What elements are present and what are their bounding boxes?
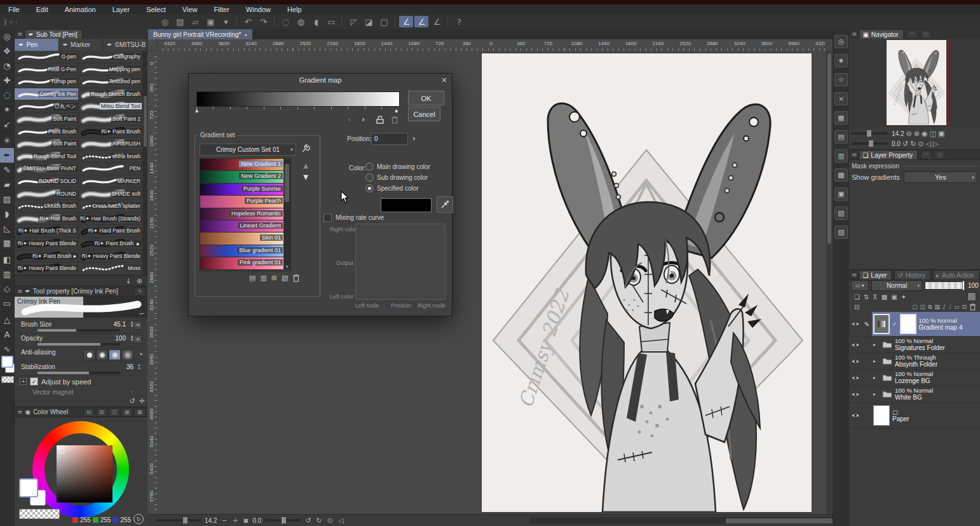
gradient-node-right[interactable]: ▲ (395, 108, 398, 113)
brush-item[interactable]: ©MITSU- Base PAINT (15, 163, 79, 175)
gradient-item[interactable]: New Gradient 1 (200, 159, 283, 171)
layer-content[interactable]: ▸100 % ThroughAbsynth Folder (872, 353, 980, 369)
fit-to-screen-icon[interactable]: ■ (243, 518, 248, 523)
pencil-tool[interactable]: ✎ (0, 163, 14, 177)
layer-toolbar1-icon-2[interactable]: ⊼ (873, 293, 877, 300)
expand-icon[interactable]: + (20, 378, 27, 385)
crop-icon[interactable]: ▭ (324, 16, 338, 27)
export-gradient-icon[interactable]: ▥ (260, 274, 266, 282)
unlock-icon[interactable]: ⌐ (140, 310, 145, 317)
brush-item[interactable]: Ri✦ Heavy Paint Blende (15, 238, 79, 250)
material-primitive-icon[interactable]: ▩ (834, 168, 848, 182)
stabilization-row[interactable]: Stabilization 36 ▲▼ (20, 362, 142, 376)
brush-item[interactable]: Clouds Brush (15, 200, 79, 213)
layer-opacity-value[interactable]: 100 (968, 282, 979, 289)
zoom-tool[interactable]: ◎ (0, 29, 14, 44)
combine-mode-button[interactable]: ▭▾ (851, 280, 869, 291)
menu-view[interactable]: View (174, 6, 206, 13)
open-folder-icon[interactable]: ▱ (188, 16, 202, 27)
material-pose-icon[interactable]: ▥ (834, 149, 848, 163)
information-tab[interactable]: ○ (920, 30, 932, 39)
saturation-value-square[interactable] (57, 445, 112, 502)
menu-edit[interactable]: Edit (28, 6, 57, 13)
text-tool[interactable]: A (0, 327, 14, 342)
subtool-group-tab-0[interactable]: ✒Pen (15, 39, 59, 51)
nav-rotate-ccw-icon[interactable]: ↺ (902, 140, 908, 148)
navigator-rotate-slider[interactable] (852, 142, 887, 145)
menu-window[interactable]: Window (238, 6, 279, 13)
zoom-out-icon[interactable]: − (221, 516, 227, 525)
brush-item[interactable]: Calligraphy (79, 51, 143, 64)
selection-tool[interactable]: ◌ (0, 88, 14, 102)
position-input[interactable]: 0 (371, 133, 408, 145)
liquify-tool[interactable]: ▦ (0, 236, 14, 250)
navigator-thumbnail[interactable] (887, 40, 946, 125)
move-tool[interactable]: ✚ (0, 73, 14, 88)
layer-visibility[interactable] (849, 321, 862, 327)
layer-toolbar1-icon-1[interactable]: ⇅ (864, 293, 869, 300)
position-step-icon[interactable]: › (412, 134, 416, 143)
layer-row[interactable]: ▸100 % NormalWhite BG (849, 386, 980, 403)
nav-actual-size-icon[interactable]: ◉ (922, 130, 928, 138)
close-icon[interactable]: × (441, 76, 447, 84)
nav-fit-icon[interactable]: ◫ (930, 130, 936, 138)
trash-icon[interactable] (969, 303, 976, 311)
canvas-page[interactable] (482, 53, 812, 512)
add-gradient-icon[interactable]: ⊞ (271, 274, 277, 282)
brush-item[interactable]: Rough Blend Tool (15, 151, 79, 163)
brush-item[interactable]: ROUND SOLID (15, 175, 79, 188)
stabilization-value[interactable]: 36 (126, 363, 133, 370)
subtool-group-tab-2[interactable]: ✒©MITSU-B (103, 39, 147, 51)
material-color-pattern-icon[interactable]: ★ (834, 54, 848, 67)
gradient-item[interactable]: Pink gradient 01 (200, 257, 283, 269)
wand-tool[interactable]: ✶ (0, 102, 14, 117)
panel-menu-icon[interactable]: ≡ (852, 271, 857, 278)
nav-fullscreen-icon[interactable]: ▣ (938, 130, 944, 138)
main-color-swatch[interactable] (1, 356, 13, 368)
curve-tool[interactable]: ∿ (0, 342, 14, 356)
panel-menu-icon[interactable]: ≡ (17, 408, 22, 415)
layer-visibility[interactable] (849, 358, 862, 365)
brush-detail-tab[interactable]: ✎ (134, 287, 146, 296)
brush-item[interactable]: Soft Paint 2 (79, 113, 143, 126)
add-subtool-icon[interactable]: ⊕ (137, 277, 142, 285)
blend-tool[interactable]: ◗ (0, 206, 14, 221)
save-lock-icon[interactable]: ▣ (203, 16, 217, 27)
reselect-icon[interactable]: ◍ (294, 16, 308, 27)
mixing-curve-graph[interactable] (355, 224, 446, 300)
new-gradient-icon[interactable]: ▤ (249, 274, 255, 282)
brush-item[interactable]: Ri✦ Paint Brush ▲ (79, 238, 143, 250)
cancel-button[interactable]: Cancel (408, 107, 440, 121)
panel-menu-icon[interactable]: ≡ (17, 288, 22, 295)
layer-visibility[interactable] (849, 391, 862, 398)
anti-aliasing-option-2[interactable] (109, 349, 121, 360)
polyline-tool[interactable]: △ (0, 313, 14, 327)
expand-arrow-icon[interactable]: ▸ (873, 342, 880, 347)
brush-item[interactable]: ◎丸ペン (15, 100, 79, 113)
menu-file[interactable]: File (0, 6, 28, 13)
approx-color-tab[interactable]: ▦ (121, 408, 133, 417)
layer-visibility[interactable] (849, 342, 862, 348)
eye-icon[interactable] (851, 391, 860, 398)
nav-zoom-in-icon[interactable]: ⊕ (914, 130, 920, 138)
frame-icon[interactable]: □ (377, 16, 391, 27)
lock-icon[interactable] (376, 116, 385, 124)
material-image-icon[interactable]: ▦ (834, 111, 848, 125)
nav-rotate-cw-icon[interactable]: ↻ (910, 140, 916, 148)
eraser-tool[interactable]: ◺ (0, 221, 14, 236)
panel-menu-icon[interactable]: ≡ (852, 30, 857, 37)
expand-arrow-icon[interactable]: ▸ (873, 391, 880, 397)
layer-content[interactable]: ▸100 % NormalWhite BG (872, 386, 980, 402)
hand-tool[interactable]: ✥ (0, 44, 14, 58)
dropdown-icon[interactable]: ▾ (219, 16, 233, 27)
stabilization-spinner[interactable]: ▲▼ (137, 363, 141, 370)
layer-row[interactable]: ✎✓100 % NormalGradient map 4 (849, 312, 980, 337)
brush-item[interactable]: Textured pen (79, 76, 143, 88)
decoration-tool[interactable]: ✳ (0, 133, 14, 148)
expand-arrow-icon[interactable]: ▸ (873, 358, 880, 364)
eye-icon[interactable] (851, 412, 860, 419)
layer-row[interactable]: ▸100 % NormalSignatures Folder (849, 337, 980, 353)
gradient-item[interactable]: Blue gradient 01 (200, 245, 283, 257)
eye-icon[interactable] (851, 321, 860, 327)
brush-item[interactable]: Ri✦ Paint Brush (79, 126, 143, 138)
